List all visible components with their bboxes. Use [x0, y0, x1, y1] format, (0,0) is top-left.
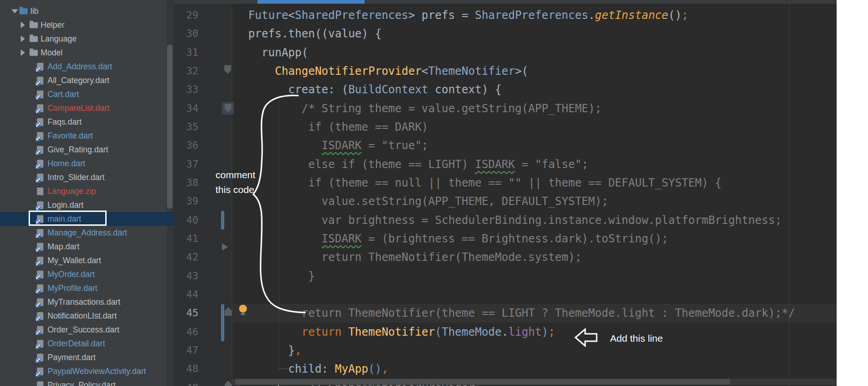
- chevron-right-icon[interactable]: [21, 36, 25, 42]
- dart-file-icon: [37, 271, 43, 278]
- code-token: = "false";: [515, 158, 588, 171]
- tree-item-orderdetail-dart[interactable]: OrderDetail.dart: [0, 337, 174, 350]
- code-token: <: [288, 9, 295, 22]
- line-number[interactable]: 33: [179, 80, 198, 99]
- horizontal-scrollbar-thumb[interactable]: [235, 379, 730, 385]
- code-line-36[interactable]: ISDARK = "true";: [235, 136, 428, 155]
- tree-item-favorite-dart[interactable]: Favorite.dart: [0, 129, 174, 143]
- line-number[interactable]: 43: [179, 267, 198, 285]
- code-line-39[interactable]: value.setString(APP_THEME, DEFAULT_SYSTE…: [235, 192, 608, 211]
- code-token: (: [368, 362, 375, 375]
- line-number[interactable]: 49: [179, 379, 198, 386]
- tree-item-language[interactable]: Language: [0, 32, 174, 46]
- folder-icon: [30, 50, 38, 56]
- line-number[interactable]: 34: [179, 99, 198, 118]
- tree-item-home-dart[interactable]: Home.dart: [0, 157, 174, 170]
- tree-item-order-success-dart[interactable]: Order_Success.dart: [0, 323, 174, 337]
- code-line-38[interactable]: if (theme == null || theme == "" || them…: [235, 174, 722, 192]
- code-line-47[interactable]: },: [235, 341, 302, 360]
- gutter-arrow-icon[interactable]: [222, 243, 228, 251]
- tree-item-my-wallet-dart[interactable]: My_Wallet.dart: [0, 253, 174, 267]
- tree-item-map-dart[interactable]: Map.dart: [0, 240, 174, 253]
- folder-icon: [30, 22, 38, 28]
- tree-item-login-dart[interactable]: Login.dart: [0, 198, 174, 212]
- code-token: SharedPreferences: [475, 9, 588, 22]
- tree-item-intro-slider-dart[interactable]: Intro_Slider.dart: [0, 170, 174, 184]
- tree-item-paypalwebviewactivity-dart[interactable]: PaypalWebviewActivity.dart: [0, 364, 174, 378]
- tree-item-label: MyTransactions.dart: [48, 297, 120, 307]
- line-number[interactable]: 39: [179, 192, 198, 211]
- folder-icon: [19, 8, 28, 14]
- code-line-46[interactable]: return ThemeNotifier(ThemeMode.light);: [235, 323, 555, 341]
- line-number[interactable]: 35: [179, 118, 198, 136]
- line-number[interactable]: 47: [179, 341, 198, 360]
- code-line-32[interactable]: ChangeNotifierProvider<ThemeNotifier>(: [235, 62, 528, 80]
- folder-icon: [30, 36, 38, 42]
- code-line-40[interactable]: var brightness = SchedulerBinding.instan…: [235, 211, 782, 229]
- line-number[interactable]: 46: [179, 323, 198, 341]
- tree-item-helper[interactable]: Helper: [0, 18, 174, 32]
- line-number[interactable]: 37: [179, 155, 198, 174]
- tree-scrollbar-thumb[interactable]: [167, 44, 173, 209]
- intention-bulb-icon[interactable]: [239, 305, 247, 313]
- chevron-right-icon[interactable]: [21, 22, 25, 28]
- line-number[interactable]: 45: [179, 304, 198, 322]
- line-number[interactable]: 44: [179, 285, 198, 304]
- line-number[interactable]: 32: [179, 62, 198, 80]
- dart-file-icon: [37, 229, 43, 237]
- tree-item-label: Payment.dart: [48, 353, 96, 362]
- code-line-45[interactable]: return ThemeNotifier(theme == LIGHT ? Th…: [235, 304, 795, 322]
- code-token: value.setString(APP_THEME, DEFAULT_SYSTE…: [322, 195, 608, 208]
- code-line-29[interactable]: Future<SharedPreferences> prefs = Shared…: [235, 6, 688, 24]
- tree-item-myorder-dart[interactable]: MyOrder.dart: [0, 267, 174, 281]
- chevron-right-icon[interactable]: [21, 49, 25, 56]
- tree-item-all-category-dart[interactable]: All_Category.dart: [0, 73, 174, 87]
- tree-item-cart-dart[interactable]: Cart.dart: [0, 87, 174, 101]
- code-line-30[interactable]: prefs.then((value) {: [235, 24, 382, 43]
- code-line-35[interactable]: if (theme == DARK): [235, 118, 428, 136]
- zip-file-icon: [37, 187, 43, 195]
- code-line-41[interactable]: ISDARK = (brightness == Brightness.dark)…: [235, 229, 668, 248]
- line-number[interactable]: 40: [179, 211, 198, 229]
- code-line-37[interactable]: else if (theme == LIGHT) ISDARK = "false…: [235, 155, 588, 174]
- tree-item-myprofile-dart[interactable]: MyProfile.dart: [0, 281, 174, 295]
- code-line-43[interactable]: }: [235, 267, 315, 285]
- tree-item-label: Home.dart: [48, 159, 85, 169]
- tree-item-payment-dart[interactable]: Payment.dart: [0, 350, 174, 364]
- line-number[interactable]: 42: [179, 248, 198, 266]
- dart-file-icon: [37, 257, 43, 265]
- chevron-down-icon[interactable]: [12, 9, 18, 13]
- dart-file-icon: [37, 201, 43, 209]
- tree-item-language-zip[interactable]: Language.zip: [0, 184, 174, 198]
- tree-item-give-rating-dart[interactable]: Give_Rating.dart: [0, 143, 174, 157]
- tree-item-mytransactions-dart[interactable]: MyTransactions.dart: [0, 295, 174, 309]
- line-number[interactable]: 36: [179, 136, 198, 155]
- tree-item-manage-address-dart[interactable]: Manage_Address.dart: [0, 226, 174, 240]
- code-line-31[interactable]: runApp(: [235, 43, 308, 62]
- line-number[interactable]: 29: [179, 6, 198, 24]
- code-editor[interactable]: 2930313233343536373839404142434445464748…: [174, 0, 837, 386]
- code-token: ISDARK: [322, 139, 362, 152]
- tree-item-lib[interactable]: lib: [0, 4, 174, 18]
- code-line-48[interactable]: child: MyApp(),: [235, 360, 388, 378]
- tree-item-privacy-policy-dart[interactable]: Privacy_Policy.dart: [0, 378, 174, 386]
- line-number[interactable]: 31: [179, 43, 198, 62]
- code-line-34[interactable]: /* String theme = value.getString(APP_TH…: [235, 99, 602, 118]
- tree-item-notificationlist-dart[interactable]: NotificationLIst.dart: [0, 309, 174, 323]
- line-number[interactable]: 30: [179, 24, 198, 43]
- code-line-33[interactable]: create: (BuildContext context) {: [235, 80, 502, 99]
- code-line-42[interactable]: return ThemeNotifier(ThemeMode.system);: [235, 248, 581, 266]
- tree-item-faqs-dart[interactable]: Faqs.dart: [0, 115, 174, 129]
- dart-file-icon: [37, 77, 43, 84]
- vcs-change-bar: [221, 211, 224, 229]
- line-number[interactable]: 48: [179, 360, 198, 378]
- tree-item-add-address-dart[interactable]: Add_Address.dart: [0, 60, 174, 73]
- code-token: = "true";: [362, 139, 429, 152]
- line-number[interactable]: 41: [179, 229, 198, 248]
- code-token: ,: [295, 344, 301, 357]
- tree-item-label: Add_Address.dart: [48, 62, 112, 72]
- code-token: .: [588, 9, 595, 22]
- tree-item-model[interactable]: Model: [0, 46, 174, 60]
- tree-item-comparelist-dart[interactable]: CompareList.dart: [0, 101, 174, 115]
- line-number[interactable]: 38: [179, 174, 198, 192]
